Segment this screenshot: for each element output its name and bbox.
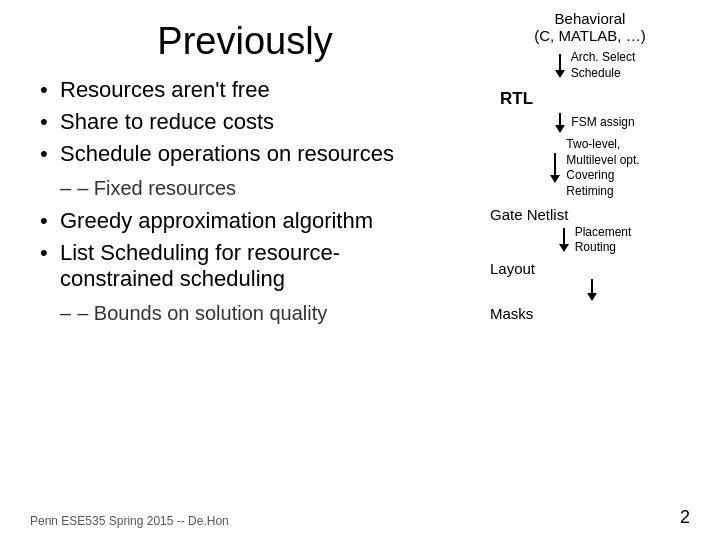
bullet-item-3: Schedule operations on resources: [40, 141, 420, 167]
placement-arrow-row: Placement Routing: [559, 225, 632, 256]
arch-select-label: Arch. Select: [571, 50, 636, 66]
arrow-head-5: [587, 293, 597, 301]
behavioral-label: Behavioral (C, MATLAB, …): [534, 10, 645, 44]
opt-labels: Two-level, Multilevel opt. Covering Reti…: [566, 137, 639, 199]
arrow-col-1: [555, 54, 565, 78]
arrow-head-3: [550, 175, 560, 183]
arch-select-arrow-row: Arch. Select Schedule: [555, 50, 636, 81]
layout-label: Layout: [490, 260, 535, 277]
schedule-label: Schedule: [571, 66, 636, 82]
placement-labels: Placement Routing: [575, 225, 632, 256]
bullet-item-2: Share to reduce costs: [40, 109, 420, 135]
bullet-list-sched: List Scheduling for resource-constrained…: [40, 240, 420, 292]
arrow-head-2: [555, 125, 565, 133]
covering-label: Covering: [566, 168, 639, 184]
v-line-1: [559, 54, 561, 70]
bullet-item-1: Resources aren't free: [40, 77, 420, 103]
two-level-arrow-row: Two-level, Multilevel opt. Covering Reti…: [550, 137, 639, 199]
right-flowchart-column: Behavioral (C, MATLAB, …) Arch. Select S…: [480, 10, 700, 322]
left-column: Previously Resources aren't free Share t…: [30, 20, 420, 329]
arrow-head-4: [559, 244, 569, 252]
masks-label: Masks: [490, 305, 533, 322]
two-level-label: Two-level,: [566, 137, 639, 153]
arrow-col-4: [559, 228, 569, 252]
arrow-col-2: [555, 113, 565, 133]
retiming-label: Retiming: [566, 184, 639, 200]
footer-text: Penn ESE535 Spring 2015 -- De.Hon: [30, 514, 229, 528]
placement-label: Placement: [575, 225, 632, 241]
bullet-list: Resources aren't free Share to reduce co…: [40, 77, 420, 167]
v-line-2: [559, 113, 561, 125]
fsm-assign-label: FSM assign: [571, 115, 634, 131]
masks-arrow-row: [587, 279, 603, 301]
fsm-labels: FSM assign: [571, 115, 634, 131]
page-number: 2: [680, 507, 690, 528]
v-line-5: [591, 279, 593, 293]
v-line-3: [554, 153, 556, 175]
multilevel-opt-label: Multilevel opt.: [566, 153, 639, 169]
sub-bullet-bounds: – Bounds on solution quality: [60, 302, 420, 325]
rtl-label: RTL: [500, 89, 533, 109]
arrow-head-1: [555, 70, 565, 78]
gate-netlist-label: Gate Netlist: [490, 206, 568, 223]
arrow-col-3: [550, 153, 560, 183]
bullet-greedy: Greedy approximation algorithm: [40, 208, 420, 234]
sub-bullet-fixed-resources: – Fixed resources: [60, 177, 420, 200]
v-line-4: [563, 228, 565, 244]
fsm-arrow-row: FSM assign: [555, 113, 634, 133]
previously-title: Previously: [30, 20, 420, 63]
routing-label: Routing: [575, 240, 632, 256]
arrow-col-5: [587, 279, 597, 301]
arch-select-labels: Arch. Select Schedule: [571, 50, 636, 81]
bullet-list-2: Greedy approximation algorithm List Sche…: [40, 208, 420, 292]
